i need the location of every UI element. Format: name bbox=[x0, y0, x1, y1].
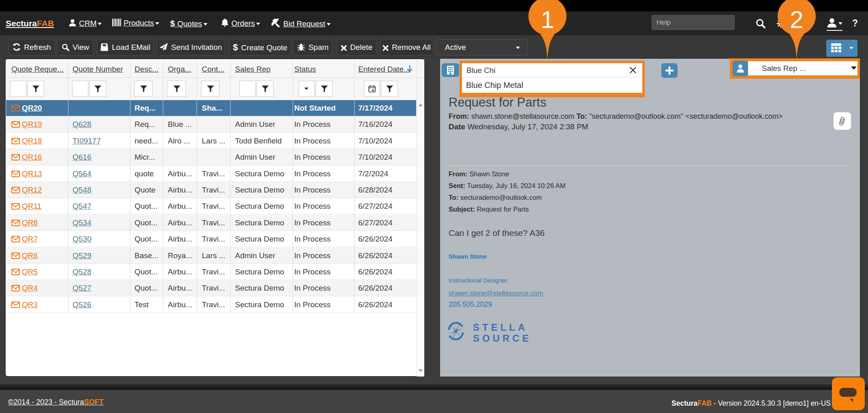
svg-text:2: 2 bbox=[790, 6, 803, 33]
svg-text:1: 1 bbox=[541, 6, 554, 33]
